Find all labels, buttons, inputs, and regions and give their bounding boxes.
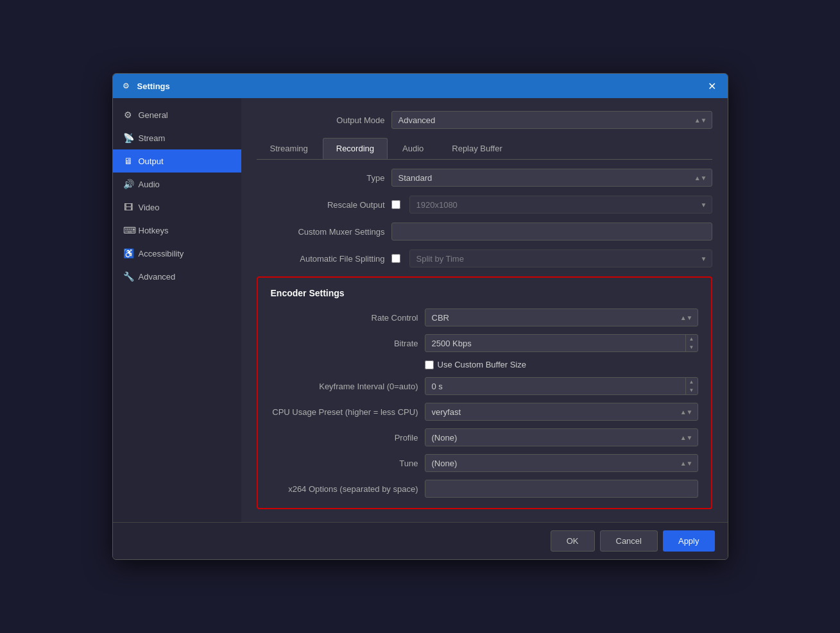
sidebar-item-general[interactable]: ⚙ General [113,103,241,126]
settings-dialog: ⚙ Settings ✕ ⚙ General 📡 Stream 🖥 Output… [112,73,728,560]
rescale-resolution-wrapper: 1920x1080 ▼ [409,196,712,214]
dialog-footer: OK Cancel Apply [113,522,728,559]
tab-recording[interactable]: Recording [323,138,388,159]
bitrate-down-arrow[interactable]: ▼ [686,343,698,351]
sidebar-item-label: General [139,110,168,120]
video-icon: 🎞 [123,202,133,212]
rescale-row: Rescale Output 1920x1080 ▼ [257,196,712,214]
x264-options-row: x264 Options (separated by space) [271,480,698,498]
x264-options-input[interactable] [425,480,698,498]
tune-row: Tune (None) film animation grain stillim… [271,454,698,472]
sidebar-item-audio[interactable]: 🔊 Audio [113,173,241,196]
sidebar-item-stream[interactable]: 📡 Stream [113,126,241,149]
encoder-settings-title: Encoder Settings [271,288,698,298]
stream-icon: 📡 [123,133,133,143]
tab-streaming[interactable]: Streaming [257,138,321,159]
rescale-output-checkbox[interactable] [391,200,400,209]
sidebar-item-label: Accessibility [139,249,184,258]
keyframe-arrows: ▲ ▼ [685,378,698,394]
sidebar-item-output[interactable]: 🖥 Output [113,149,241,173]
sidebar-item-label: Video [139,203,160,212]
auto-split-checkbox[interactable] [391,254,400,263]
sidebar-item-label: Hotkeys [139,226,169,235]
sidebar-item-video[interactable]: 🎞 Video [113,196,241,219]
ok-button[interactable]: OK [551,530,595,552]
dialog-title: Settings [137,81,699,91]
sidebar-item-label: Advanced [139,272,176,282]
tab-audio[interactable]: Audio [389,138,437,159]
output-mode-label: Output Mode [257,115,385,125]
auto-split-label: Automatic File Splitting [257,254,385,264]
bitrate-label: Bitrate [271,339,418,348]
keyframe-label: Keyframe Interval (0=auto) [271,382,418,391]
keyframe-up-arrow[interactable]: ▲ [686,378,698,386]
tab-replay-buffer[interactable]: Replay Buffer [438,138,516,159]
auto-split-select[interactable]: Split by Time [409,249,712,267]
tune-select-wrapper: (None) film animation grain stillimage f… [425,454,698,472]
bitrate-arrows: ▲ ▼ [685,335,698,351]
tune-label: Tune [271,459,418,468]
cancel-button[interactable]: Cancel [600,530,658,552]
rescale-resolution-select[interactable]: 1920x1080 [409,196,712,214]
type-label: Type [257,173,385,183]
bitrate-spinbox: ▲ ▼ [425,334,698,352]
dialog-body: ⚙ General 📡 Stream 🖥 Output 🔊 Audio 🎞 Vi… [113,98,728,522]
rate-control-select[interactable]: CBR VBR ABR CRF [425,308,698,326]
custom-muxer-input[interactable] [391,223,712,241]
type-select-wrapper: Standard FFmpeg ▲▼ [391,169,712,187]
wrench-icon: 🔧 [123,271,133,282]
rescale-output-label: Rescale Output [257,200,385,210]
custom-muxer-row: Custom Muxer Settings [257,223,712,241]
keyframe-down-arrow[interactable]: ▼ [686,386,698,394]
close-button[interactable]: ✕ [705,78,720,94]
output-icon: 🖥 [123,156,133,166]
main-content: Output Mode Advanced Simple ▲▼ Streaming… [241,98,728,522]
output-mode-select-wrapper: Advanced Simple ▲▼ [391,111,712,129]
rate-control-label: Rate Control [271,313,418,323]
tabs-bar: Streaming Recording Audio Replay Buffer [257,138,712,160]
sidebar-item-label: Stream [139,133,166,143]
rate-control-select-wrapper: CBR VBR ABR CRF ▲▼ [425,308,698,326]
custom-muxer-label: Custom Muxer Settings [257,227,385,237]
sidebar-item-label: Audio [139,180,160,189]
profile-row: Profile (None) baseline main high ▲▼ [271,428,698,446]
bitrate-input[interactable] [425,336,685,351]
sidebar-item-label: Output [139,156,164,166]
profile-label: Profile [271,433,418,443]
title-bar: ⚙ Settings ✕ [113,74,728,98]
cpu-preset-select-wrapper: veryfast superfast ultrafast faster fast… [425,403,698,421]
sidebar-item-advanced[interactable]: 🔧 Advanced [113,265,241,288]
keyframe-input[interactable] [425,379,685,394]
sidebar: ⚙ General 📡 Stream 🖥 Output 🔊 Audio 🎞 Vi… [113,98,241,522]
encoder-settings-section: Encoder Settings Rate Control CBR VBR AB… [257,276,712,509]
keyboard-icon: ⌨ [123,225,133,235]
output-mode-select[interactable]: Advanced Simple [391,111,712,129]
auto-split-select-wrapper: Split by Time ▼ [409,249,712,267]
cpu-preset-label: CPU Usage Preset (higher = less CPU) [271,407,418,417]
profile-select-wrapper: (None) baseline main high ▲▼ [425,428,698,446]
rate-control-row: Rate Control CBR VBR ABR CRF ▲▼ [271,308,698,326]
sidebar-item-accessibility[interactable]: ♿ Accessibility [113,242,241,265]
auto-split-row: Automatic File Splitting Split by Time ▼ [257,249,712,267]
custom-buffer-row: Use Custom Buffer Size [271,360,698,369]
cpu-preset-select[interactable]: veryfast superfast ultrafast faster fast… [425,403,698,421]
x264-options-label: x264 Options (separated by space) [271,484,418,494]
output-mode-row: Output Mode Advanced Simple ▲▼ [257,111,712,129]
gear-icon: ⚙ [123,110,133,120]
accessibility-icon: ♿ [123,248,133,258]
apply-button[interactable]: Apply [663,530,715,552]
tune-select[interactable]: (None) film animation grain stillimage f… [425,454,698,472]
keyframe-spinbox: ▲ ▼ [425,377,698,395]
app-icon: ⚙ [121,80,132,92]
profile-select[interactable]: (None) baseline main high [425,428,698,446]
custom-buffer-checkbox[interactable] [425,360,434,369]
custom-buffer-label: Use Custom Buffer Size [438,360,526,369]
keyframe-row: Keyframe Interval (0=auto) ▲ ▼ [271,377,698,395]
type-select[interactable]: Standard FFmpeg [391,169,712,187]
audio-icon: 🔊 [123,179,133,189]
bitrate-up-arrow[interactable]: ▲ [686,335,698,343]
type-row: Type Standard FFmpeg ▲▼ [257,169,712,187]
bitrate-row: Bitrate ▲ ▼ [271,334,698,352]
cpu-preset-row: CPU Usage Preset (higher = less CPU) ver… [271,403,698,421]
sidebar-item-hotkeys[interactable]: ⌨ Hotkeys [113,219,241,242]
